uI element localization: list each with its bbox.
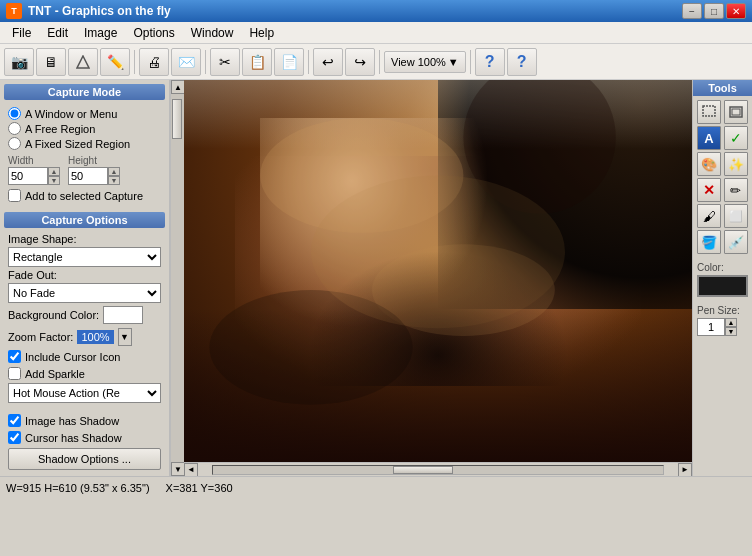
width-label: Width bbox=[8, 155, 60, 166]
zoom-dropdown[interactable]: ▼ bbox=[118, 328, 132, 346]
menu-bar: File Edit Image Options Window Help bbox=[0, 22, 752, 44]
hscroll-thumb[interactable] bbox=[393, 466, 453, 474]
height-group: Height ▲ ▼ bbox=[68, 155, 120, 185]
capture-fixed-radio[interactable] bbox=[8, 137, 21, 150]
width-down[interactable]: ▼ bbox=[48, 176, 60, 185]
toolbar-btn-copy[interactable]: 📋 bbox=[242, 48, 272, 76]
menu-help[interactable]: Help bbox=[241, 24, 282, 42]
toolbar-btn-mail[interactable]: ✉️ bbox=[171, 48, 201, 76]
title-text: TNT - Graphics on the fly bbox=[28, 4, 676, 18]
height-spinner: ▲ ▼ bbox=[108, 167, 120, 185]
toolbar-btn-screen[interactable]: 🖥 bbox=[36, 48, 66, 76]
tool-paint[interactable]: 🎨 bbox=[697, 152, 721, 176]
tool-brush[interactable]: 🖌 bbox=[697, 204, 721, 228]
title-bar: T TNT - Graphics on the fly − □ ✕ bbox=[0, 0, 752, 22]
image-shadow-checkbox[interactable] bbox=[8, 414, 21, 427]
left-panel: Capture Mode A Window or Menu A Free Reg… bbox=[0, 80, 170, 476]
tool-check[interactable]: ✓ bbox=[724, 126, 748, 150]
height-down[interactable]: ▼ bbox=[108, 176, 120, 185]
width-input-wrap: ▲ ▼ bbox=[8, 167, 60, 185]
color-display[interactable] bbox=[697, 275, 748, 297]
bg-color-swatch[interactable] bbox=[103, 306, 143, 324]
view-dropdown-arrow: ▼ bbox=[448, 56, 459, 68]
status-dimensions: W=915 H=610 (9.53" x 6.35") bbox=[6, 482, 150, 494]
toolbar-btn-print[interactable]: 🖨 bbox=[139, 48, 169, 76]
cursor-shadow-row[interactable]: Cursor has Shadow bbox=[4, 429, 165, 446]
toolbar-btn-paste[interactable]: 📄 bbox=[274, 48, 304, 76]
photo-svg-overlay bbox=[184, 80, 692, 462]
photo-background bbox=[184, 80, 692, 462]
capture-free-option[interactable]: A Free Region bbox=[8, 121, 161, 136]
add-sparkle-row[interactable]: Add Sparkle bbox=[4, 365, 165, 382]
fade-out-select[interactable]: No Fade Fade Out bbox=[8, 283, 161, 303]
pen-size-label: Pen Size: bbox=[697, 305, 748, 316]
tool-wand[interactable]: ✨ bbox=[724, 152, 748, 176]
toolbar-btn-undo[interactable]: ↩ bbox=[313, 48, 343, 76]
height-up[interactable]: ▲ bbox=[108, 167, 120, 176]
tool-eraser[interactable]: ⬜ bbox=[724, 204, 748, 228]
fade-out-wrap: No Fade Fade Out bbox=[4, 282, 165, 304]
capture-window-label: A Window or Menu bbox=[25, 108, 117, 120]
cursor-shadow-checkbox[interactable] bbox=[8, 431, 21, 444]
toolbar-btn-edit[interactable]: ✏️ bbox=[100, 48, 130, 76]
include-cursor-row[interactable]: Include Cursor Icon bbox=[4, 348, 165, 365]
center-area: ◄ ► bbox=[184, 80, 692, 476]
width-input[interactable] bbox=[8, 167, 48, 185]
minimize-button[interactable]: − bbox=[682, 3, 702, 19]
scroll-thumb[interactable] bbox=[172, 99, 182, 139]
maximize-button[interactable]: □ bbox=[704, 3, 724, 19]
scroll-up-arrow[interactable]: ▲ bbox=[171, 80, 185, 94]
toolbar-btn-help2[interactable]: ? bbox=[507, 48, 537, 76]
tool-film[interactable] bbox=[724, 100, 748, 124]
image-shape-select[interactable]: Rectangle Ellipse bbox=[8, 247, 161, 267]
width-spinner: ▲ ▼ bbox=[48, 167, 60, 185]
menu-file[interactable]: File bbox=[4, 24, 39, 42]
tool-select[interactable] bbox=[697, 100, 721, 124]
window-controls: − □ ✕ bbox=[682, 3, 746, 19]
menu-image[interactable]: Image bbox=[76, 24, 125, 42]
menu-options[interactable]: Options bbox=[125, 24, 182, 42]
tool-cross[interactable]: ✕ bbox=[697, 178, 721, 202]
add-sparkle-checkbox[interactable] bbox=[8, 367, 21, 380]
capture-free-radio[interactable] bbox=[8, 122, 21, 135]
menu-window[interactable]: Window bbox=[183, 24, 242, 42]
image-shadow-row[interactable]: Image has Shadow bbox=[4, 412, 165, 429]
toolbar-btn-help1[interactable]: ? bbox=[475, 48, 505, 76]
view-dropdown[interactable]: View 100% ▼ bbox=[384, 51, 466, 73]
capture-fixed-option[interactable]: A Fixed Sized Region bbox=[8, 136, 161, 151]
status-coordinates: X=381 Y=360 bbox=[166, 482, 233, 494]
add-to-capture-checkbox[interactable] bbox=[8, 189, 21, 202]
add-to-capture-row[interactable]: Add to selected Capture bbox=[4, 187, 165, 204]
pen-size-input[interactable] bbox=[697, 318, 725, 336]
tool-text[interactable]: A bbox=[697, 126, 721, 150]
scroll-down-arrow[interactable]: ▼ bbox=[171, 462, 185, 476]
tool-dropper[interactable]: 💉 bbox=[724, 230, 748, 254]
toolbar-btn-cut[interactable]: ✂ bbox=[210, 48, 240, 76]
zoom-value: 100% bbox=[77, 330, 113, 344]
capture-window-option[interactable]: A Window or Menu bbox=[8, 106, 161, 121]
pen-up[interactable]: ▲ bbox=[725, 318, 737, 327]
close-button[interactable]: ✕ bbox=[726, 3, 746, 19]
pen-spinner: ▲ ▼ bbox=[725, 318, 737, 336]
shadow-options-button[interactable]: Shadow Options ... bbox=[8, 448, 161, 470]
capture-free-label: A Free Region bbox=[25, 123, 95, 135]
svg-point-5 bbox=[311, 176, 565, 329]
toolbar-btn-camera[interactable]: 📷 bbox=[4, 48, 34, 76]
menu-edit[interactable]: Edit bbox=[39, 24, 76, 42]
image-shape-label-row: Image Shape: bbox=[4, 232, 165, 246]
include-cursor-checkbox[interactable] bbox=[8, 350, 21, 363]
tools-header: Tools bbox=[693, 80, 752, 96]
zoom-row: Zoom Factor: 100% ▼ bbox=[4, 326, 165, 348]
width-up[interactable]: ▲ bbox=[48, 167, 60, 176]
hscroll-right-arrow[interactable]: ► bbox=[678, 463, 692, 477]
height-input[interactable] bbox=[68, 167, 108, 185]
hscroll-left-arrow[interactable]: ◄ bbox=[184, 463, 198, 477]
height-label: Height bbox=[68, 155, 120, 166]
tool-fill[interactable]: 🪣 bbox=[697, 230, 721, 254]
hot-mouse-select[interactable]: Hot Mouse Action (Re bbox=[8, 383, 161, 403]
pen-down[interactable]: ▼ bbox=[725, 327, 737, 336]
toolbar-btn-redo[interactable]: ↩ bbox=[345, 48, 375, 76]
toolbar-btn-triangle[interactable] bbox=[68, 48, 98, 76]
capture-window-radio[interactable] bbox=[8, 107, 21, 120]
tool-pencil[interactable]: ✏ bbox=[724, 178, 748, 202]
